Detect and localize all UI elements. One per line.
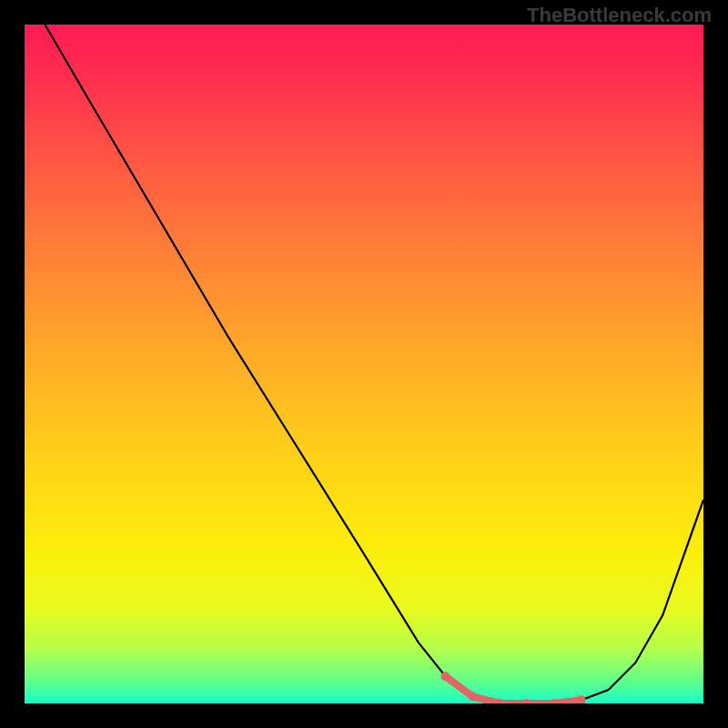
chart-svg [25,25,703,703]
plot-area [25,25,703,703]
bottleneck-curve-path [45,25,703,703]
highlight-dot [468,693,477,702]
highlight-dot [522,699,531,703]
highlight-dot [577,695,586,703]
highlight-segment-path [446,676,581,703]
watermark-text: TheBottleneck.com [527,4,712,27]
highlight-dot [441,672,450,681]
